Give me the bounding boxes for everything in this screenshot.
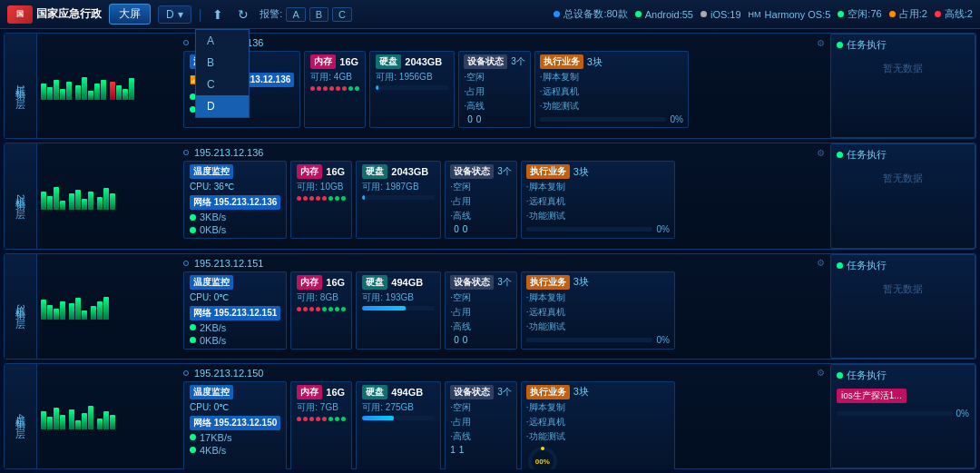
upload-speed-2: 3KB/s xyxy=(200,212,226,222)
task-badge-1: 执行业务 xyxy=(540,54,583,69)
disk-progress-fill-1 xyxy=(376,85,378,90)
disk-card-3: 硬盘 494GB 可用: 193GB xyxy=(356,271,441,350)
right-task-progress-4 xyxy=(837,411,953,416)
cpu-temp-4: CPU: 0℃ xyxy=(190,402,280,412)
cabinet-label-4: 机柜第4层 xyxy=(5,364,37,468)
status-circle-1 xyxy=(183,40,189,45)
used-stat: 占用:2 xyxy=(889,7,927,21)
disk-card-1: 硬盘 2043GB 可用: 1956GB xyxy=(369,51,455,128)
stats-row-2: 温度监控 CPU: 36℃ 网络 195.213.12.136 3KB/s xyxy=(183,161,825,239)
dropdown-btn-d[interactable]: D ▾ xyxy=(158,5,191,24)
status-circle-3 xyxy=(183,261,189,266)
rack-bars-1b xyxy=(75,73,106,100)
rack-visual-3 xyxy=(37,254,178,359)
settings-icon-3[interactable]: ⚙ xyxy=(817,258,825,268)
circle-progress-4: 00% xyxy=(526,445,559,469)
memory-card-4: 内存 16G 可用: 7GB xyxy=(290,381,352,469)
logo-icon: 国 xyxy=(7,5,33,24)
net-ip-badge-3: 网络 195.213.12.151 xyxy=(190,306,280,320)
disk-card-4: 硬盘 494GB 可用: 275GB xyxy=(356,381,441,469)
alert-section: 报警: A B C xyxy=(260,7,352,22)
ip-text-3: 195.213.12.151 xyxy=(194,258,263,269)
cabinet-row-3: 机柜第3层 xyxy=(4,253,976,360)
dropdown-item-d[interactable]: D xyxy=(196,95,249,117)
cabinet-row-2: 机柜第2层 xyxy=(4,143,976,249)
dropdown-item-b[interactable]: B xyxy=(196,52,249,74)
upload-icon-btn[interactable]: ⬆ xyxy=(209,5,227,24)
task-pct-1: 0% xyxy=(670,114,682,124)
android-dot xyxy=(635,11,642,17)
memory-avail-4: 可用: 7GB xyxy=(297,401,346,414)
rack-bars-1c xyxy=(110,73,134,100)
stats-row-4: 温度监控 CPU: 0℃ 网络 195.213.12.150 17KB/s xyxy=(183,381,825,469)
right-task-4: 任务执行 ios生产探活1... 0% xyxy=(830,364,975,468)
memory-dots-4 xyxy=(297,417,346,421)
used-val: 占用:2 xyxy=(899,7,927,21)
alert-box-c[interactable]: C xyxy=(332,7,352,22)
device-panel-3: 195.213.12.151 ⚙ 温度监控 CPU: 0℃ 网络 195.213… xyxy=(178,254,830,359)
net-ip-badge-2: 网络 195.213.12.136 xyxy=(190,195,280,210)
dropdown-item-a[interactable]: A xyxy=(196,30,249,52)
task-panel-2: 执行业务 3块 ·脚本复制 ·远程真机 ·功能测试 0% xyxy=(521,161,675,239)
stats-row-3: 温度监控 CPU: 0℃ 网络 195.213.12.151 2KB/s 0 xyxy=(183,271,825,350)
android-val: Android:55 xyxy=(645,9,693,20)
rack-visual-1 xyxy=(37,34,178,138)
screen-btn-dapin[interactable]: 大屏 xyxy=(109,4,151,25)
alert-box-b[interactable]: B xyxy=(309,7,328,22)
android-stat: Android:55 xyxy=(635,9,693,20)
cpu-temp-3: CPU: 0℃ xyxy=(190,292,280,302)
ip-text-2: 195.213.12.136 xyxy=(194,147,263,158)
high-val: 高线:2 xyxy=(945,7,973,21)
device-status-card-1: 设备状态 3个 ·空闲 ·占用 ·高线 0 0 xyxy=(458,51,531,128)
no-task-text-1: 暂无数据 xyxy=(837,62,969,75)
memory-total-1: 16G xyxy=(339,56,358,67)
harmony-stat: HM Harmony OS:5 xyxy=(749,9,831,20)
device-status-card-3: 设备状态 3个 ·空闲 ·占用 ·高线 0 0 xyxy=(445,271,517,350)
cabinet-row-4: 机柜第4层 xyxy=(4,363,976,469)
used-dot xyxy=(889,11,896,17)
settings-icon-4[interactable]: ⚙ xyxy=(817,368,825,378)
memory-avail-3: 可用: 8GB xyxy=(297,291,346,304)
memory-badge-2: 内存 xyxy=(297,164,322,179)
harmony-val: Harmony OS:5 xyxy=(765,9,831,20)
settings-icon-2[interactable]: ⚙ xyxy=(817,148,825,158)
dropdown-item-c[interactable]: C xyxy=(196,74,249,95)
task-count-1: 3块 xyxy=(587,55,603,69)
top-nav: 国 国家应急行政 大屏 D ▾ | ⬆ ↻ 报警: A B C 总设备数:80款… xyxy=(0,0,980,29)
memory-card-3: 内存 16G 可用: 8GB xyxy=(290,271,352,350)
cabinet-label-1: 机柜第1层 xyxy=(5,34,37,138)
device-status-card-4: 设备状态 3个 ·空闲 ·占用 ·高线 1 1 xyxy=(445,381,517,469)
download-speed-2: 0KB/s xyxy=(200,224,226,235)
task-panel-1: 执行业务 3块 ·脚本复制 ·远程真机 ·功能测试 0% xyxy=(534,51,689,128)
memory-dots-1 xyxy=(310,86,359,91)
right-task-1: 任务执行 暂无数据 xyxy=(830,34,975,138)
disk-progress-1 xyxy=(376,85,448,90)
disk-total-1: 2043GB xyxy=(405,56,442,67)
temp-badge-2: 温度监控 xyxy=(190,164,233,179)
stats-row-1: 温度监控 📶 网络 195.213.12.136 6KB/s 0KB/ xyxy=(183,51,825,128)
download-speed-4: 4KB/s xyxy=(200,445,226,456)
rack-visual-4 xyxy=(37,364,178,468)
panel-header-1: 195.213.12.136 ⚙ xyxy=(183,37,825,48)
ios-val: iOS:19 xyxy=(710,9,741,20)
status-circle-2 xyxy=(183,150,189,155)
high-stat: 高线:2 xyxy=(935,7,973,21)
task-progress-bar-1 xyxy=(540,117,667,122)
upload-speed-3: 2KB/s xyxy=(200,322,226,333)
settings-icon-1[interactable]: ⚙ xyxy=(817,38,825,48)
refresh-icon-btn[interactable]: ↻ xyxy=(234,5,252,24)
network-card-4: 温度监控 CPU: 0℃ 网络 195.213.12.150 17KB/s xyxy=(183,381,287,469)
disk-badge-2: 硬盘 xyxy=(362,164,387,179)
chevron-down-icon: ▾ xyxy=(178,8,183,21)
network-card-3: 温度监控 CPU: 0℃ 网络 195.213.12.151 2KB/s 0 xyxy=(183,271,287,350)
idle-dot xyxy=(838,11,844,17)
network-card-2: 温度监控 CPU: 36℃ 网络 195.213.12.136 3KB/s xyxy=(183,161,287,239)
memory-avail-1: 可用: 4GB xyxy=(310,71,359,84)
status-circle-4 xyxy=(183,370,189,376)
memory-dots-2 xyxy=(297,196,346,201)
cabinet-label-3: 机柜第3层 xyxy=(5,254,37,359)
panel-header-2: 195.213.12.136 ⚙ xyxy=(183,147,825,158)
disk-avail-1: 可用: 1956GB xyxy=(376,71,448,84)
alert-box-a[interactable]: A xyxy=(286,7,305,22)
dropdown-menu: A B C D xyxy=(195,29,250,118)
